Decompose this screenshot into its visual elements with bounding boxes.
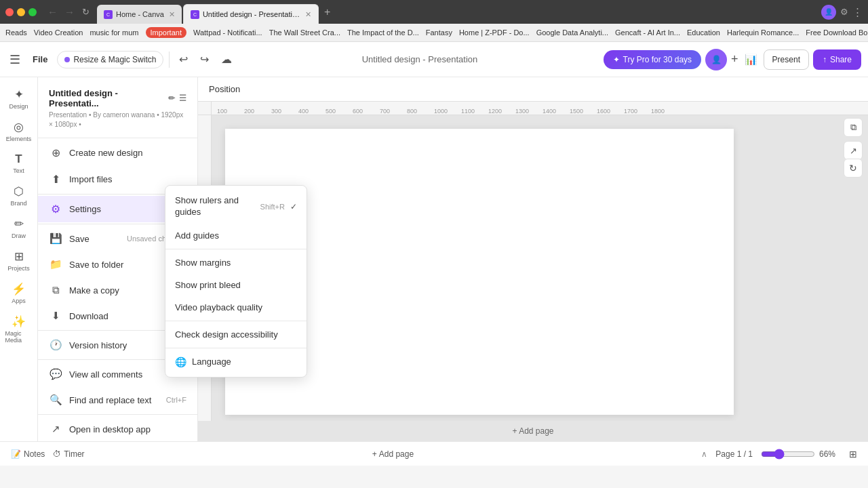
forward-btn[interactable]: → bbox=[62, 5, 77, 19]
slide-canvas[interactable] bbox=[212, 115, 868, 421]
undo-button[interactable]: ↩ bbox=[175, 51, 192, 68]
browser-extensions[interactable]: ⚙ bbox=[840, 7, 848, 17]
bookmark-wattpad[interactable]: Wattpad - Notificati... bbox=[193, 28, 262, 37]
file-menu-open-desktop[interactable]: ↗ Open in desktop app bbox=[38, 416, 197, 441]
bookmark-video[interactable]: Video Creation bbox=[34, 28, 83, 37]
new-tab-button[interactable]: + bbox=[320, 6, 334, 18]
sidebar-item-elements[interactable]: ◎ Elements bbox=[3, 115, 35, 147]
elements-icon: ◎ bbox=[14, 120, 24, 134]
resize-magic-btn[interactable]: Resize & Magic Switch bbox=[57, 51, 163, 68]
ctx-video-quality[interactable]: Video playback quality bbox=[165, 296, 307, 319]
refresh-btn[interactable]: ↻ bbox=[79, 5, 93, 18]
sidebar-icons: ✦ Design ◎ Elements T Text ⬡ Brand ✏ Dra… bbox=[0, 77, 38, 441]
resize-magic-label: Resize & Magic Switch bbox=[73, 55, 156, 64]
tab-design-close[interactable]: ✕ bbox=[305, 10, 311, 19]
bookmark-google-data[interactable]: Google Data Analyti... bbox=[536, 28, 608, 37]
refresh-canvas-btn[interactable]: ↻ bbox=[844, 159, 863, 178]
browser-right-actions: 👤 ⚙ ⋮ bbox=[821, 5, 863, 20]
add-page-button[interactable]: + Add page bbox=[512, 426, 553, 436]
tab-home-title: Home - Canva bbox=[116, 10, 164, 18]
file-menu-create-new[interactable]: ⊕ Create new design bbox=[38, 140, 197, 166]
open-desktop-icon: ↗ bbox=[49, 423, 62, 435]
save-icon: 💾 bbox=[49, 232, 62, 245]
ctx-show-rulers[interactable]: Show rulers and guides Shift+R ✓ bbox=[165, 189, 307, 224]
redo-button[interactable]: ↪ bbox=[196, 51, 213, 68]
edit-title-icon[interactable]: ✏ bbox=[168, 94, 175, 103]
show-margins-label: Show margins bbox=[175, 258, 297, 268]
analytics-button[interactable]: 📊 bbox=[743, 52, 760, 68]
bookmarks-bar: Reads Video Creation music for mum Impor… bbox=[0, 24, 868, 42]
maximize-btn[interactable] bbox=[28, 8, 37, 16]
expand-canvas-btn[interactable]: ↗ bbox=[844, 141, 863, 160]
file-menu-find-replace[interactable]: 🔍 Find and replace text Ctrl+F bbox=[38, 387, 197, 413]
sidebar-item-magic-media[interactable]: ✨ Magic Media bbox=[3, 310, 35, 348]
tab-home[interactable]: C Home - Canva ✕ bbox=[97, 5, 182, 24]
browser-profile[interactable]: 👤 bbox=[821, 5, 836, 20]
page-info: Page 1 / 1 bbox=[715, 449, 753, 459]
sidebar-item-apps[interactable]: ⚡ Apps bbox=[3, 277, 35, 309]
view-comments-label: View all comments bbox=[69, 369, 142, 380]
minimize-btn[interactable] bbox=[17, 8, 25, 16]
chevron-up-icon[interactable]: ∧ bbox=[701, 449, 707, 459]
show-rulers-label: Show rulers and guides bbox=[175, 195, 255, 218]
bottom-center: + Add page bbox=[93, 449, 694, 459]
cloud-save-button[interactable]: ☁ bbox=[217, 51, 236, 68]
bookmark-reads[interactable]: Reads bbox=[5, 28, 27, 37]
bookmark-zpdf[interactable]: Home | Z-PDF - Do... bbox=[459, 28, 530, 37]
find-replace-icon: 🔍 bbox=[49, 394, 62, 406]
view-options-icon[interactable]: ☰ bbox=[179, 94, 186, 103]
try-pro-button[interactable]: ✦ Try Pro for 30 days bbox=[604, 50, 702, 69]
bookmark-music[interactable]: music for mum bbox=[90, 28, 138, 37]
position-header: Position bbox=[198, 77, 868, 102]
settings-label: Settings bbox=[69, 204, 177, 214]
zoom-slider[interactable] bbox=[761, 449, 815, 460]
sidebar-item-draw[interactable]: ✏ Draw bbox=[3, 212, 35, 244]
bookmark-impact[interactable]: The Impact of the D... bbox=[347, 28, 419, 37]
ctx-check-accessibility[interactable]: Check design accessibility bbox=[165, 323, 307, 346]
sidebar-item-text[interactable]: T Text bbox=[3, 148, 35, 179]
close-btn[interactable] bbox=[5, 8, 14, 16]
sidebar-item-design[interactable]: ✦ Design bbox=[3, 83, 35, 115]
bookmark-important[interactable]: Important bbox=[146, 27, 186, 38]
tab-design[interactable]: C Untitled design - Presentation ✕ bbox=[183, 4, 319, 24]
projects-label: Projects bbox=[7, 265, 30, 272]
bookmark-fantasy[interactable]: Fantasy bbox=[426, 28, 452, 37]
add-collaborator-button[interactable]: + bbox=[731, 52, 738, 66]
back-btn[interactable]: ← bbox=[45, 5, 60, 19]
check-accessibility-label: Check design accessibility bbox=[175, 329, 297, 340]
view-comments-icon: 💬 bbox=[49, 368, 62, 380]
copy-canvas-btn[interactable]: ⧉ bbox=[844, 118, 863, 137]
bookmark-free-books[interactable]: Free Download Books bbox=[806, 28, 868, 37]
ctx-divider-3 bbox=[165, 348, 307, 348]
sidebar-item-projects[interactable]: ⊞ Projects bbox=[3, 245, 35, 277]
bookmark-gencraft[interactable]: Gencaft - AI Art In... bbox=[615, 28, 680, 37]
tab-home-close[interactable]: ✕ bbox=[169, 10, 175, 19]
tab-bar: C Home - Canva ✕ C Untitled design - Pre… bbox=[97, 0, 817, 24]
share-button[interactable]: ↑ Share bbox=[813, 49, 861, 70]
copy-icon: ⧉ bbox=[49, 284, 62, 296]
brand-label: Brand bbox=[10, 200, 26, 207]
bookmark-wsj[interactable]: The Wall Street Cra... bbox=[269, 28, 340, 37]
avatar[interactable]: 👤 bbox=[705, 49, 727, 70]
ctx-show-print-bleed[interactable]: Show print bleed bbox=[165, 274, 307, 296]
ctx-show-margins[interactable]: Show margins bbox=[165, 251, 307, 274]
sidebar-item-brand[interactable]: ⬡ Brand bbox=[3, 180, 35, 211]
notes-button[interactable]: 📝 Notes bbox=[11, 449, 45, 459]
timer-button[interactable]: ⏱ Timer bbox=[53, 449, 84, 459]
bottom-bar: 📝 Notes ⏱ Timer + Add page ∧ Page 1 / 1 … bbox=[0, 441, 868, 466]
file-menu-title: Untitled design - Presentati... ✏ ☰ bbox=[49, 88, 186, 108]
right-side-actions: ⧉ ↗ bbox=[844, 118, 863, 160]
bookmark-harlequin[interactable]: Harlequin Romance... bbox=[727, 28, 799, 37]
fit-to-screen-btn[interactable]: ⊞ bbox=[849, 449, 857, 460]
browser-menu[interactable]: ⋮ bbox=[852, 6, 863, 18]
text-label: Text bbox=[13, 167, 24, 174]
toolbar-divider-1 bbox=[169, 52, 170, 68]
file-menu-divider-1 bbox=[38, 138, 197, 138]
add-page-btn-bottom[interactable]: + Add page bbox=[372, 449, 414, 459]
ctx-add-guides[interactable]: Add guides bbox=[165, 224, 307, 247]
file-menu-button[interactable]: File bbox=[27, 52, 53, 67]
hamburger-menu[interactable]: ☰ bbox=[7, 49, 23, 70]
present-button[interactable]: Present bbox=[764, 49, 809, 70]
ctx-language[interactable]: 🌐 Language bbox=[165, 350, 307, 373]
bookmark-education[interactable]: Education bbox=[687, 28, 720, 37]
